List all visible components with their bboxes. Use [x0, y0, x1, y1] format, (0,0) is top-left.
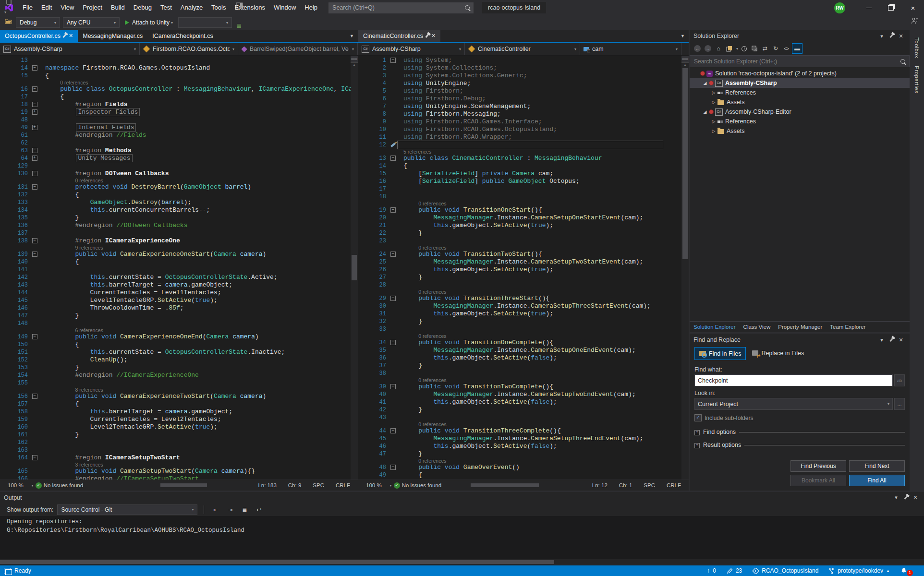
code-text[interactable]: GameObject.Destroy(barrel); — [39, 199, 191, 206]
scroll-up-icon[interactable]: ▲ — [681, 63, 689, 67]
code-line[interactable]: 17 — [358, 185, 681, 193]
scroll-up-icon[interactable]: ▲ — [351, 63, 358, 67]
code-line[interactable]: 8using Firstborn.Messaging; — [358, 110, 681, 118]
code-line[interactable]: 18 — [358, 193, 681, 201]
code-line[interactable]: 13 — [0, 57, 351, 64]
code-text[interactable]: this.gameObject.SetActive(false); — [398, 398, 557, 406]
fold-toggle-icon[interactable]: + — [32, 109, 37, 115]
code-line[interactable]: 129 — [0, 162, 351, 170]
menu-test[interactable]: Test — [156, 0, 176, 15]
codelens-references[interactable]: 0 references — [413, 201, 446, 206]
expander-icon[interactable]: ▷ — [710, 129, 717, 133]
fold-toggle-icon[interactable]: + — [32, 125, 37, 130]
menu-file[interactable]: File — [18, 0, 37, 15]
code-text[interactable]: #endregion //ICameraSetupTwoStart — [39, 475, 199, 480]
code-text[interactable]: Unity Messages — [39, 155, 133, 162]
menu-analyze[interactable]: Analyze — [176, 0, 207, 15]
breadcrumb-class[interactable]: CinematicController▾ — [465, 43, 580, 55]
code-text[interactable]: using Firstborn.Messaging; — [398, 110, 501, 118]
column-position[interactable]: Ch: 9 — [283, 482, 306, 488]
minimize-button[interactable] — [858, 0, 880, 15]
codelens-references[interactable]: 5 references — [398, 149, 431, 155]
panel-menu-icon[interactable]: ▾ — [891, 494, 901, 501]
tree-item-assembly-csharp[interactable]: ◢C#Assembly-CSharp — [690, 78, 910, 88]
fold-toggle-icon[interactable]: − — [390, 156, 396, 161]
find-options-expander[interactable]: + — [694, 430, 700, 435]
code-text[interactable]: public void CameraSetupTwoStart(Camera c… — [39, 468, 255, 475]
clear-all-icon[interactable]: ≣ — [239, 505, 250, 515]
tree-item-assets[interactable]: ▷Assets — [690, 97, 910, 107]
code-line[interactable]: 48− public void GameOverEvent() — [358, 464, 681, 471]
code-line[interactable]: 132 { — [0, 191, 351, 199]
code-line[interactable]: 28 — [358, 281, 681, 289]
code-line[interactable]: 19− public void TransitionOneStart(){ — [358, 206, 681, 214]
codelens-references[interactable]: 6 references — [69, 327, 103, 333]
dropdown-arrow-icon[interactable]: ▾ — [4, 10, 6, 14]
restore-button[interactable] — [880, 0, 902, 15]
code-line[interactable]: 47 } — [358, 450, 681, 458]
code-text[interactable]: } — [398, 450, 422, 458]
code-text[interactable]: using System.Collections.Generic; — [398, 72, 527, 80]
code-line[interactable]: 14−namespace Firstborn.RCAO.Games.Octopu… — [0, 64, 351, 72]
code-line[interactable]: 148 — [0, 320, 351, 327]
no-issues-icon[interactable]: ✓ — [394, 482, 400, 489]
zoom-level[interactable]: 100 % — [361, 482, 387, 488]
code-line[interactable]: 34− public void TransitionOneComplete(){ — [358, 339, 681, 347]
code-text[interactable] — [398, 414, 403, 421]
code-text[interactable] — [39, 446, 45, 454]
forward-icon[interactable]: → — [703, 44, 713, 53]
pin-icon[interactable] — [426, 34, 429, 38]
scrollbar-thumb[interactable] — [471, 483, 539, 487]
codelens-references[interactable]: 0 references — [413, 458, 446, 464]
show-all-toggle-icon[interactable]: ▬ — [792, 43, 802, 54]
horizontal-scrollbar[interactable] — [88, 482, 248, 488]
pane-right-icon[interactable] — [234, 0, 244, 11]
line-ending-indicator[interactable]: CRLF — [662, 482, 686, 488]
line-position[interactable]: Ln: 12 — [587, 482, 612, 488]
codelens-references[interactable]: 0 references — [413, 421, 446, 427]
code-text[interactable]: public void TransitionThreeStart(){ — [398, 295, 549, 302]
code-text[interactable]: { — [398, 162, 407, 170]
tab-messagingmanager-cs[interactable]: MessagingManager.cs — [78, 30, 147, 42]
code-text[interactable] — [39, 229, 45, 237]
code-line[interactable]: 31 this.gameObject.SetActive(true); — [358, 310, 681, 318]
code-text[interactable]: public void TransitionThreeComplete(){ — [398, 427, 561, 435]
code-text[interactable] — [398, 325, 403, 333]
code-line[interactable]: 140 { — [0, 258, 351, 266]
code-line[interactable]: 46 this.gameObject.SetActive(false); — [358, 443, 681, 450]
code-text[interactable]: } — [398, 274, 422, 281]
tab-cinematiccontroller-cs[interactable]: CinematicController.cs✕ — [358, 30, 440, 42]
output-source-select[interactable]: Source Control - Git ▾ — [57, 504, 197, 515]
code-line[interactable]: 32 } — [358, 318, 681, 325]
fold-toggle-icon[interactable]: − — [32, 455, 37, 460]
code-text[interactable]: this.currentConcurrentBarrels--; — [39, 206, 210, 214]
code-line[interactable]: 37 } — [358, 362, 681, 370]
code-text[interactable]: using UnityEngine.SceneManagement; — [398, 103, 531, 110]
find-next-button[interactable]: Find Next — [849, 460, 905, 472]
browse-folders-button[interactable]: ... — [894, 398, 905, 410]
expander-icon[interactable]: ▷ — [710, 90, 717, 95]
code-line[interactable]: 136 #endregion //DOTween Callbacks — [0, 222, 351, 229]
expander-icon[interactable]: ◢ — [701, 109, 709, 114]
code-text[interactable]: using System.Collections; — [398, 64, 497, 72]
code-text[interactable]: { — [39, 72, 49, 80]
code-text[interactable]: protected void DestroyBarrel(GameObject … — [39, 183, 251, 191]
panel-tab-team-explorer[interactable]: Team Explorer — [826, 322, 869, 332]
code-text[interactable]: #endregion //DOTween Callbacks — [39, 222, 187, 229]
code-line[interactable]: 11using Firstborn.RCAO.Wrapper; — [358, 133, 681, 141]
code-line[interactable]: 162 — [0, 439, 351, 446]
encoding-indicator[interactable]: SPC — [639, 482, 660, 488]
tree-item-assets[interactable]: ▷Assets — [690, 126, 910, 136]
code-text[interactable]: using Firstborn.RCAO.Games.OctopusIsland… — [398, 126, 557, 133]
fold-toggle-icon[interactable]: − — [390, 252, 396, 257]
look-in-select[interactable]: Current Project ▾ — [694, 398, 893, 410]
close-icon[interactable]: ✕ — [69, 33, 73, 39]
find-what-input[interactable]: Checkpoint — [694, 374, 893, 386]
output-horizontal-scrollbar[interactable] — [0, 559, 924, 565]
open-file-icon[interactable] — [3, 15, 14, 27]
codelens-references[interactable]: 8 references — [69, 387, 103, 393]
code-line[interactable]: 24− public void TransitionTwoStart(){ — [358, 251, 681, 258]
code-line[interactable]: 156− public void CameraExperienceTwoStar… — [0, 393, 351, 400]
close-button[interactable]: × — [902, 0, 924, 15]
code-lines[interactable]: 1−using System;2using System.Collections… — [358, 56, 681, 480]
